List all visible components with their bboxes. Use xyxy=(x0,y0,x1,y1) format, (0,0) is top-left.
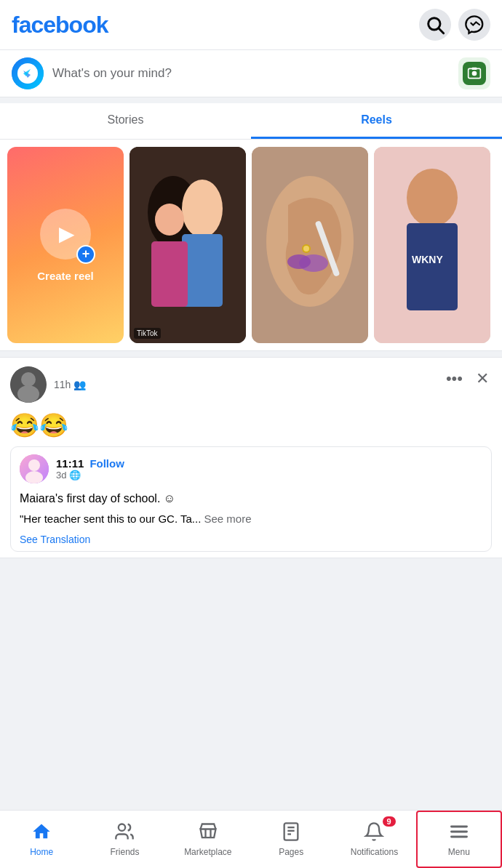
shared-post-meta: 11:11 Follow 3d 🌐 xyxy=(56,457,124,481)
post-avatar-img xyxy=(10,366,47,403)
pages-icon xyxy=(281,821,301,845)
svg-point-26 xyxy=(21,372,36,387)
menu-icon xyxy=(449,821,469,845)
play-icon: ▶ xyxy=(59,222,75,246)
shared-name-row: 11:11 Follow xyxy=(56,457,124,470)
create-reel-label: Create reel xyxy=(37,270,94,282)
svg-point-12 xyxy=(155,204,184,236)
notifications-icon xyxy=(364,821,384,845)
post-meta: 11h 👥 xyxy=(54,379,86,390)
post-bar: What's on your mind? xyxy=(0,50,502,97)
nav-notifications[interactable]: 9 Notifications xyxy=(332,811,415,868)
tab-stories[interactable]: Stories xyxy=(0,103,251,139)
notifications-badge: 9 xyxy=(383,816,396,827)
svg-point-16 xyxy=(287,254,311,269)
svg-point-27 xyxy=(17,385,39,403)
nav-menu[interactable]: Menu xyxy=(416,811,502,868)
photo-icon xyxy=(463,62,486,85)
svg-rect-11 xyxy=(151,241,188,307)
post-more-button[interactable]: ••• xyxy=(443,366,466,391)
post-header-right: ••• ✕ xyxy=(443,366,492,391)
reel-card-4[interactable]: WKNY xyxy=(374,147,490,343)
reel-icon-circle: ▶ + xyxy=(40,209,91,260)
shared-name: 11:11 xyxy=(56,457,84,470)
tab-reels[interactable]: Reels xyxy=(251,103,502,139)
reel-card-3[interactable] xyxy=(252,147,368,343)
shared-post: 11:11 Follow 3d 🌐 Maiara's first day of … xyxy=(10,446,492,552)
messenger-button[interactable] xyxy=(458,9,490,41)
photo-icon-btn[interactable] xyxy=(458,57,490,89)
globe-icon: 🌐 xyxy=(69,470,81,481)
svg-rect-23 xyxy=(407,223,458,310)
friends-icon xyxy=(114,821,135,845)
home-icon xyxy=(31,821,52,845)
reels-row: ▶ + Create reel TikTok xyxy=(0,140,502,350)
shared-post-quote: "Her teacher sent this to our GC. Ta... … xyxy=(11,513,491,531)
reel-card-2[interactable]: TikTok xyxy=(130,147,246,343)
follow-button[interactable]: Follow xyxy=(89,457,124,470)
reel-plus-icon: + xyxy=(76,245,95,264)
facebook-logo: facebook xyxy=(12,12,108,39)
see-more-link[interactable]: See more xyxy=(204,513,252,525)
create-reel-card[interactable]: ▶ + Create reel xyxy=(7,147,124,343)
header-actions xyxy=(419,9,490,41)
app-header: facebook xyxy=(0,0,502,50)
shared-avatar-inner xyxy=(20,454,49,483)
nav-pages-label: Pages xyxy=(279,847,303,857)
svg-point-9 xyxy=(182,180,223,238)
svg-text:WKNY: WKNY xyxy=(412,254,443,265)
post-time: 11h 👥 xyxy=(54,379,86,390)
post-emoji: 😂😂 xyxy=(0,407,502,446)
shared-post-header: 11:11 Follow 3d 🌐 xyxy=(11,447,491,488)
post-input[interactable]: What's on your mind? xyxy=(52,66,450,81)
svg-rect-10 xyxy=(182,234,223,307)
post-close-button[interactable]: ✕ xyxy=(473,366,492,391)
nav-pages[interactable]: Pages xyxy=(250,811,332,868)
content-tabs: Stories Reels xyxy=(0,103,502,140)
marketplace-icon xyxy=(198,821,218,845)
nav-notifications-label: Notifications xyxy=(351,847,398,857)
nav-menu-label: Menu xyxy=(448,847,470,857)
svg-point-5 xyxy=(472,71,477,76)
shared-post-text: Maiara's first day of school. ☺️ xyxy=(11,488,491,513)
post-avatar xyxy=(10,366,47,403)
stories-reels-section: Stories Reels ▶ + Create reel xyxy=(0,103,502,351)
nav-marketplace[interactable]: Marketplace xyxy=(167,811,250,868)
user-avatar xyxy=(12,57,44,89)
post-card: 11h 👥 ••• ✕ 😂😂 xyxy=(0,357,502,558)
post-header-left: 11h 👥 xyxy=(10,366,86,403)
svg-line-1 xyxy=(439,28,443,33)
search-button[interactable] xyxy=(419,9,451,41)
svg-point-29 xyxy=(28,459,40,471)
nav-home[interactable]: Home xyxy=(0,811,83,868)
see-translation-link[interactable]: See Translation xyxy=(11,531,491,551)
shared-avatar xyxy=(20,454,49,483)
tiktok-label: TikTok xyxy=(134,328,161,339)
nav-marketplace-label: Marketplace xyxy=(184,847,231,857)
shared-time: 3d 🌐 xyxy=(56,470,124,481)
svg-rect-6 xyxy=(472,68,477,70)
svg-point-22 xyxy=(407,169,458,227)
nav-home-label: Home xyxy=(30,847,53,857)
nav-friends-label: Friends xyxy=(110,847,139,857)
post-header: 11h 👥 ••• ✕ xyxy=(0,358,502,407)
audience-icon: 👥 xyxy=(73,379,86,390)
bottom-navigation: Home Friends Marketplace xyxy=(0,810,502,868)
svg-point-31 xyxy=(119,824,125,831)
svg-point-18 xyxy=(303,246,309,252)
nav-friends[interactable]: Friends xyxy=(83,811,166,868)
